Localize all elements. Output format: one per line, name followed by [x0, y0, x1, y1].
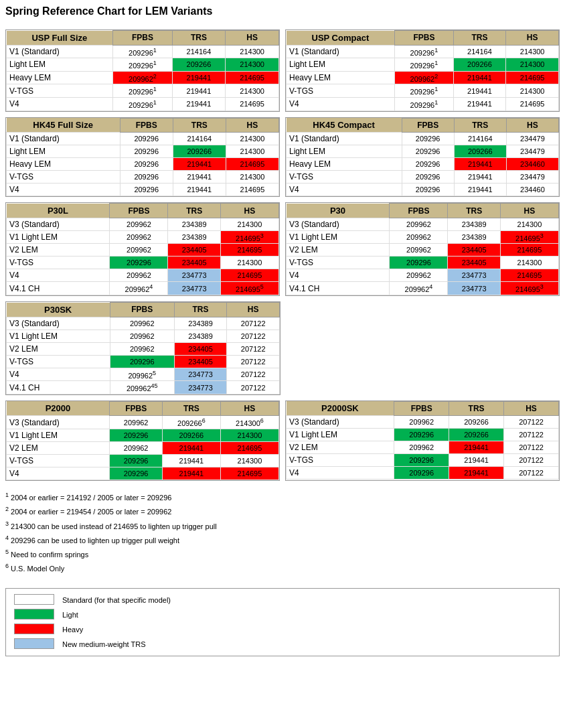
trs-cell: 2092666 — [162, 416, 220, 429]
row-label: V-TGS — [287, 454, 394, 467]
hs-cell: 214300 — [220, 218, 278, 230]
row-label: V4 — [7, 184, 120, 196]
legend-item: New medium-weight TRS — [10, 637, 175, 652]
row-label: V4 — [287, 269, 390, 282]
fpbs-cell: 2092961 — [113, 98, 172, 111]
hs-cell: 214300 — [506, 58, 559, 72]
hs-cell: 214695 — [506, 71, 559, 84]
fpbs-cell: 209296 — [390, 257, 448, 269]
fpbs-cell: 209962 — [394, 441, 449, 454]
hk45-full-col2: TRS — [173, 118, 226, 133]
fpbs-cell: 209296 — [120, 158, 173, 171]
footnote: 1 2004 or earlier = 214192 / 2005 or lat… — [5, 490, 560, 504]
fpbs-cell: 2099624 — [390, 282, 448, 295]
trs-cell: 234773 — [174, 368, 227, 381]
trs-cell: 234389 — [174, 330, 227, 342]
row-label: V-TGS — [7, 257, 110, 269]
table-row: V3 (Standard)209962234389214300 — [7, 218, 279, 230]
trs-cell: 214164 — [172, 45, 226, 58]
table-row: V4.1 CH20996242347732146955 — [7, 282, 279, 295]
trs-cell: 234405 — [174, 355, 227, 368]
trs-cell: 234389 — [448, 230, 500, 244]
hs-cell: 207122 — [227, 317, 280, 330]
row-label: V2 LEM — [7, 244, 110, 257]
usp-full-col3: HS — [226, 31, 279, 46]
trs-cell: 219441 — [162, 442, 220, 455]
table-row: V1 Light LEM209296209266214300 — [7, 429, 279, 442]
hs-cell: 214300 — [506, 45, 559, 58]
table-row: V4.1 CH20996245234773207122 — [7, 381, 280, 394]
fpbs-cell: 209296 — [402, 133, 454, 145]
table-row: V3 (Standard)209962234389207122 — [7, 317, 280, 330]
p2000sk-col2: TRS — [449, 401, 504, 416]
trs-cell: 234773 — [448, 282, 500, 295]
p30l-section: P30L FPBS TRS HS V3 (Standard)2099622343… — [5, 202, 280, 296]
legend-color — [10, 593, 58, 607]
legend-label: Standard (for that specific model) — [58, 593, 175, 607]
table-row: V-TGS209296219441207122 — [287, 454, 559, 467]
row-label: Light LEM — [287, 145, 402, 158]
hk45-full-col3: HS — [226, 118, 278, 133]
trs-cell: 234405 — [448, 257, 500, 269]
trs-cell: 219441 — [449, 441, 504, 454]
row-label: Heavy LEM — [287, 158, 402, 171]
p30l-header: P30L — [7, 204, 110, 218]
fpbs-cell: 2092961 — [395, 98, 453, 111]
usp-compact-col1: FPBS — [395, 31, 453, 46]
table-row: V2 LEM209962234405207122 — [7, 342, 280, 355]
trs-cell: 234389 — [174, 317, 227, 330]
hs-cell: 214695 — [500, 244, 558, 257]
table-row: V3 (Standard)20996220926662143006 — [7, 416, 279, 429]
hs-cell: 214300 — [226, 171, 278, 184]
table-row: Light LEM209296209266234479 — [287, 145, 559, 158]
p2000sk-col1: FPBS — [394, 401, 449, 416]
p30sk-col1: FPBS — [110, 303, 174, 317]
hs-cell: 207122 — [227, 355, 280, 368]
table-row: V4209962234773214695 — [7, 269, 279, 282]
p30sk-col2: TRS — [174, 303, 227, 317]
fpbs-cell: 209296 — [120, 171, 173, 184]
table-row: V-TGS2092961219441214300 — [287, 84, 559, 98]
hs-cell: 214695 — [226, 71, 279, 84]
legend-label: Light — [58, 607, 175, 622]
p2000-col1: FPBS — [110, 401, 162, 416]
trs-cell: 209266 — [173, 145, 226, 158]
row-label: V3 (Standard) — [287, 218, 390, 230]
fpbs-cell: 209296 — [120, 145, 173, 158]
legend-item: Standard (for that specific model) — [10, 593, 175, 607]
trs-cell: 234405 — [168, 244, 220, 257]
fpbs-cell: 209962 — [390, 230, 448, 244]
trs-cell: 209266 — [449, 416, 504, 429]
hs-cell: 234460 — [506, 158, 558, 171]
legend-item: Heavy — [10, 622, 175, 637]
page-title: Spring Reference Chart for LEM Variants — [5, 5, 560, 17]
trs-cell: 219441 — [453, 71, 506, 84]
trs-cell: 219441 — [173, 184, 226, 196]
fpbs-cell: 209962 — [110, 218, 168, 230]
footnote: 2 2004 or earlier = 219454 / 2005 or lat… — [5, 504, 560, 518]
hs-cell: 214300 — [220, 455, 278, 467]
table-row: V-TGS209296234405214300 — [287, 257, 559, 269]
hs-cell: 207122 — [227, 330, 280, 342]
trs-cell: 209266 — [162, 429, 220, 442]
row-label: V-TGS — [287, 171, 402, 184]
fpbs-cell: 209296 — [110, 429, 162, 442]
hs-cell: 214300 — [500, 257, 558, 269]
row-label: Light LEM — [287, 58, 395, 72]
row-label: V-TGS — [287, 257, 390, 269]
fpbs-cell: 2092961 — [395, 58, 453, 72]
hs-cell: 214300 — [220, 257, 278, 269]
hs-cell: 234460 — [506, 184, 558, 196]
fpbs-cell: 209962 — [110, 317, 174, 330]
hs-cell: 207122 — [227, 342, 280, 355]
trs-cell: 214164 — [453, 45, 506, 58]
hs-cell: 214695 — [506, 98, 559, 111]
fpbs-cell: 209962 — [390, 218, 448, 230]
table-row: V3 (Standard)209962234389214300 — [287, 218, 559, 230]
trs-cell: 219441 — [453, 98, 506, 111]
fpbs-cell: 209962 — [110, 244, 168, 257]
row-label: V1 Light LEM — [7, 330, 110, 342]
p2000sk-col3: HS — [504, 401, 559, 416]
p30-section: P30 FPBS TRS HS V3 (Standard)20996223438… — [285, 202, 560, 296]
row-label: V1 (Standard) — [7, 133, 120, 145]
